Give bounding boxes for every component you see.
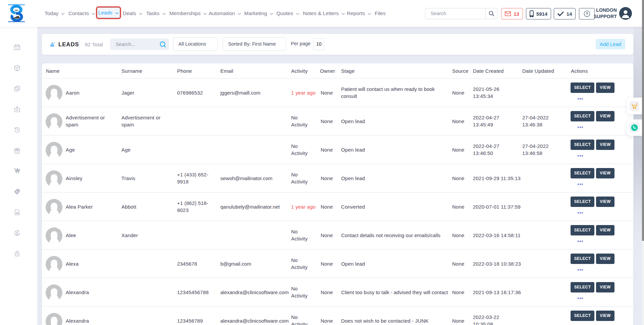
svg-text:12: 12 bbox=[16, 47, 19, 50]
